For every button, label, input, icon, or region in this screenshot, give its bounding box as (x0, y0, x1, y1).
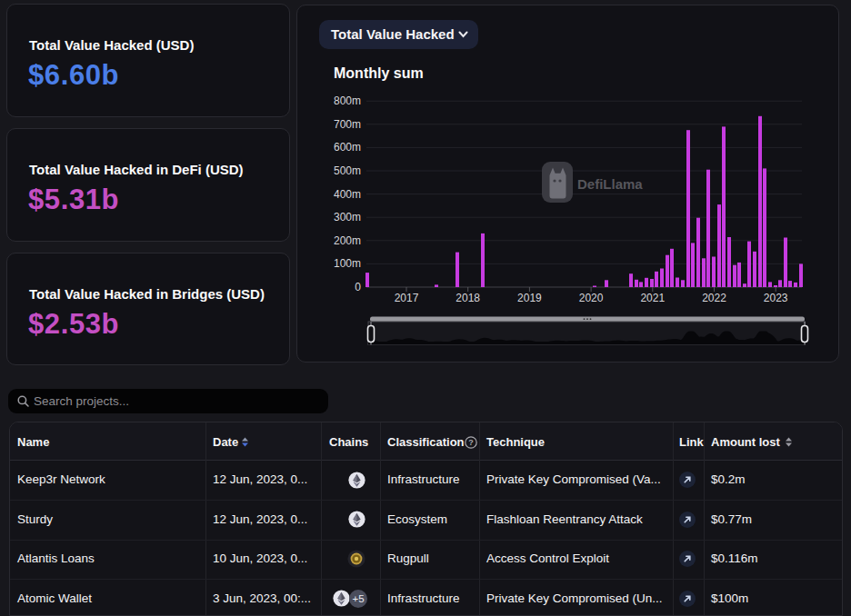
svg-text:200m: 200m (334, 234, 361, 247)
svg-text:2019: 2019 (517, 292, 542, 304)
svg-text:2020: 2020 (579, 292, 604, 304)
svg-text:300m: 300m (334, 211, 361, 224)
svg-text:2018: 2018 (456, 292, 480, 304)
svg-text:2022: 2022 (702, 292, 726, 304)
svg-text:DefiLlama: DefiLlama (577, 176, 643, 192)
svg-text:500m: 500m (334, 164, 361, 177)
svg-text:?: ? (468, 438, 474, 447)
svg-text:600m: 600m (334, 141, 361, 154)
svg-text:800m: 800m (334, 94, 361, 107)
svg-text:2023: 2023 (764, 292, 788, 304)
svg-text:400m: 400m (334, 188, 361, 201)
svg-text:100m: 100m (334, 257, 361, 270)
svg-text:2021: 2021 (640, 292, 665, 304)
svg-text:0: 0 (355, 281, 361, 293)
svg-text:700m: 700m (334, 118, 361, 131)
svg-text:2017: 2017 (395, 292, 419, 304)
